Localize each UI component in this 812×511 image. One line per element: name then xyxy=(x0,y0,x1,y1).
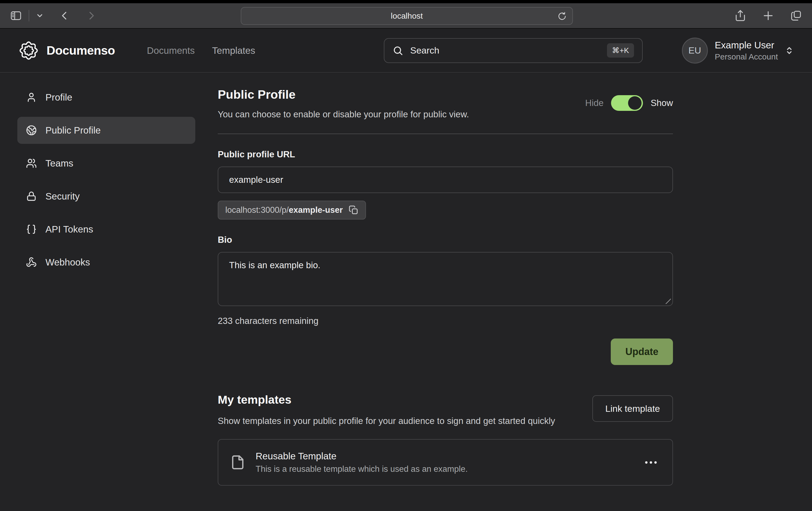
account-menu[interactable]: EU Example User Personal Account xyxy=(682,37,795,63)
sidebar-chevron-down-icon[interactable] xyxy=(36,11,44,20)
sidebar-item-profile[interactable]: Profile xyxy=(17,84,195,111)
braces-icon xyxy=(26,224,37,235)
users-icon xyxy=(26,158,37,169)
mac-menubar-strip xyxy=(0,0,812,3)
sidebar-item-security[interactable]: Security xyxy=(17,183,195,210)
toggle-knob xyxy=(628,96,642,110)
documenso-logo-icon xyxy=(17,39,40,62)
update-button[interactable]: Update xyxy=(611,338,673,365)
characters-remaining: 233 characters remaining xyxy=(218,316,673,326)
main-content: Public Profile You can choose to enable … xyxy=(218,72,673,486)
sidebar-item-webhooks[interactable]: Webhooks xyxy=(17,249,195,276)
sidebar-item-api-tokens[interactable]: API Tokens xyxy=(17,216,195,243)
public-profile-link-text: localhost:3000/p/example-user xyxy=(225,205,343,215)
reload-icon[interactable] xyxy=(557,11,567,21)
search-placeholder: Search xyxy=(410,45,439,56)
toggle-show-label: Show xyxy=(650,98,673,108)
back-button-icon[interactable] xyxy=(59,10,70,21)
webhook-icon xyxy=(26,257,37,268)
toggle-hide-label: Hide xyxy=(585,98,604,108)
sidebar-toggle-icon[interactable] xyxy=(10,9,22,22)
tab-overview-icon[interactable] xyxy=(790,9,802,22)
profile-url-label: Public profile URL xyxy=(218,149,673,159)
account-name: Example User xyxy=(715,40,778,51)
app-header: Documenso Documents Templates Search ⌘+K… xyxy=(0,29,812,72)
file-icon xyxy=(230,455,245,470)
nav-templates[interactable]: Templates xyxy=(212,45,255,56)
more-options-icon[interactable] xyxy=(641,457,661,468)
search-icon xyxy=(393,45,403,56)
lock-icon xyxy=(26,191,37,202)
sidebar-item-label: API Tokens xyxy=(46,224,93,235)
profile-url-input[interactable] xyxy=(218,167,673,193)
my-templates-description: Show templates in your public profile fo… xyxy=(218,414,580,428)
toolbar-divider xyxy=(29,10,29,21)
search-input[interactable]: Search ⌘+K xyxy=(384,38,643,63)
settings-sidebar: Profile Public Profile Teams xyxy=(0,72,200,282)
public-profile-link-chip[interactable]: localhost:3000/p/example-user xyxy=(218,201,366,219)
bio-textarea[interactable]: This is an example bio. xyxy=(218,252,673,306)
sidebar-item-label: Teams xyxy=(46,158,73,169)
main-nav: Documents Templates xyxy=(147,45,255,56)
sidebar-item-public-profile[interactable]: Public Profile xyxy=(17,117,195,144)
copy-icon[interactable] xyxy=(349,205,358,215)
sidebar-item-label: Security xyxy=(46,191,80,202)
chevrons-up-down-icon xyxy=(784,45,795,56)
avatar: EU xyxy=(682,37,708,63)
browser-toolbar: localhost xyxy=(0,3,812,29)
address-bar[interactable]: localhost xyxy=(241,7,573,25)
brand[interactable]: Documenso xyxy=(17,39,115,62)
link-template-button[interactable]: Link template xyxy=(592,395,673,422)
brand-name: Documenso xyxy=(47,43,115,58)
section-divider xyxy=(218,133,673,134)
address-bar-url: localhost xyxy=(391,11,423,21)
template-description: This is a reusable template which is use… xyxy=(256,464,468,474)
sidebar-item-label: Webhooks xyxy=(46,257,90,268)
page-subtitle: You can choose to enable or disable your… xyxy=(218,109,469,120)
account-type: Personal Account xyxy=(715,52,778,61)
sidebar-item-label: Profile xyxy=(46,92,72,103)
sidebar-item-label: Public Profile xyxy=(46,125,100,136)
user-icon xyxy=(26,92,37,103)
my-templates-title: My templates xyxy=(218,393,580,407)
template-list-item[interactable]: Reusable Template This is a reusable tem… xyxy=(218,439,673,486)
search-shortcut-badge: ⌘+K xyxy=(607,43,634,58)
page-title: Public Profile xyxy=(218,88,469,102)
sidebar-item-teams[interactable]: Teams xyxy=(17,150,195,177)
forward-button-icon[interactable] xyxy=(85,10,97,21)
profile-visibility-toggle[interactable] xyxy=(611,95,643,111)
globe-icon xyxy=(26,125,37,136)
bio-label: Bio xyxy=(218,235,673,245)
visibility-toggle-group: Hide Show xyxy=(585,95,673,111)
nav-documents[interactable]: Documents xyxy=(147,45,195,56)
new-tab-icon[interactable] xyxy=(762,10,774,22)
template-title: Reusable Template xyxy=(256,451,468,461)
share-icon[interactable] xyxy=(734,9,747,22)
